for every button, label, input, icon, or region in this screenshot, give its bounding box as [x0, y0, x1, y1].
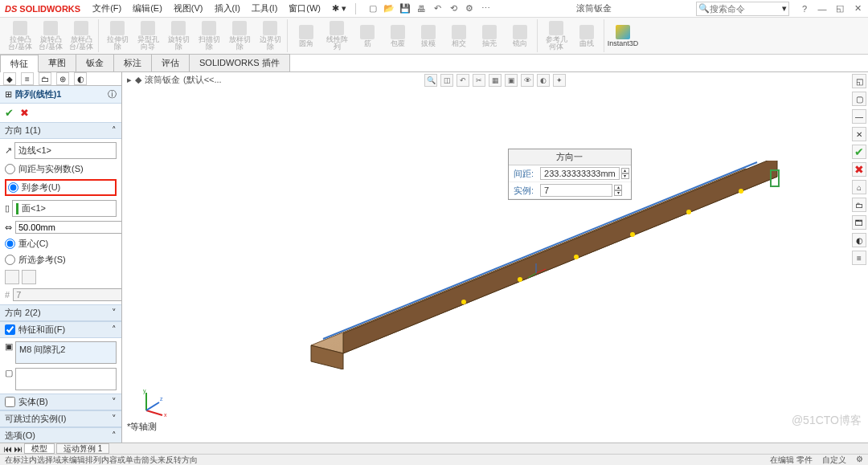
prev-view-icon[interactable]: ↶	[457, 74, 469, 87]
help-icon[interactable]: ?	[799, 3, 810, 14]
menu-file[interactable]: 文件(F)	[88, 2, 125, 14]
option-icon-1[interactable]	[5, 270, 19, 284]
doc-restore-icon[interactable]: ◱	[852, 74, 866, 88]
option-icon-2[interactable]	[22, 270, 36, 284]
menu-window[interactable]: 窗口(W)	[285, 2, 325, 14]
zoom-area-icon[interactable]: ◫	[440, 74, 453, 87]
wrap-button[interactable]: 包覆	[384, 20, 411, 52]
tab-annotate[interactable]: 标注	[113, 54, 152, 71]
section-view-icon[interactable]: ✂	[473, 74, 485, 87]
curves-button[interactable]: 曲线	[573, 20, 600, 52]
print-icon[interactable]: 🖶	[416, 3, 427, 14]
draft-button[interactable]: 拔模	[415, 20, 442, 52]
tab-evaluate[interactable]: 评估	[151, 54, 190, 71]
bottom-tab-prev-icon[interactable]: ⏮	[3, 444, 12, 454]
tab-model[interactable]: 模型	[24, 443, 55, 454]
hole-wizard-button[interactable]: 异型孔向导	[134, 20, 162, 52]
section-body-header[interactable]: 实体(B)˅	[0, 394, 121, 410]
pm-tab-dim[interactable]: ⊕	[56, 72, 69, 85]
confirm-ok-icon[interactable]: ✔	[852, 145, 866, 159]
close-icon[interactable]: ✕	[852, 3, 863, 14]
expand-icon[interactable]: ˅	[112, 397, 117, 407]
extrude-cut-button[interactable]: 拉伸切除	[104, 20, 131, 52]
search-dropdown-icon[interactable]: ▾	[782, 3, 787, 14]
minimize-icon[interactable]: —	[817, 3, 828, 14]
task-pane-appearance-icon[interactable]: ◐	[852, 233, 866, 247]
section-skip-header[interactable]: 可跳过的实例(I)˅	[0, 410, 121, 427]
view-orientation-icon[interactable]: ▦	[489, 74, 502, 87]
search-box[interactable]: 🔍 ▾	[696, 2, 789, 16]
ref-geom-button[interactable]: 参考几何体	[542, 20, 570, 52]
shell-button[interactable]: 抽壳	[476, 20, 503, 52]
restore-icon[interactable]: ◱	[834, 3, 845, 14]
expand-icon[interactable]: ˅	[112, 414, 117, 424]
instance-count-input[interactable]	[13, 288, 122, 301]
loft-boss-button[interactable]: 放样凸台/基体	[68, 20, 95, 52]
menu-edit[interactable]: 编辑(E)	[129, 2, 166, 14]
radio-centroid[interactable]: 重心(C)	[5, 238, 117, 250]
face-selection-box[interactable]: 面<1>	[12, 200, 117, 217]
options-icon[interactable]: ⚙	[464, 3, 475, 14]
rebuild-icon[interactable]: ⟲	[448, 3, 459, 14]
tab-features[interactable]: 特征	[0, 55, 39, 72]
undo-icon[interactable]: ↶	[432, 3, 443, 14]
pm-tab-appearance[interactable]: ◐	[74, 72, 87, 85]
boundary-cut-button[interactable]: 边界切除	[256, 20, 284, 52]
tab-motion-study[interactable]: 运动算例 1	[56, 443, 109, 454]
pm-cancel-button[interactable]: ✖	[20, 107, 29, 119]
more-icon[interactable]: ⋯	[480, 3, 491, 14]
linear-pattern-button[interactable]: 线性阵列	[323, 20, 350, 52]
status-custom[interactable]: 自定义	[822, 455, 846, 466]
search-input[interactable]	[710, 4, 782, 14]
tab-sketch[interactable]: 草图	[38, 54, 76, 71]
radio-spacing[interactable]: 间距与实例数(S)	[5, 163, 117, 175]
tab-sheetmetal[interactable]: 钣金	[76, 54, 114, 71]
pm-tab-feature-tree[interactable]: ◆	[3, 72, 16, 85]
task-pane-lib-icon[interactable]: 🗀	[852, 198, 866, 212]
section-dir2-header[interactable]: 方向 2(2)˅	[0, 304, 121, 321]
loft-cut-button[interactable]: 放样切除	[226, 20, 253, 52]
direction-icon[interactable]: ↗	[5, 145, 12, 156]
mirror-button[interactable]: 镜向	[506, 20, 534, 52]
revolve-boss-button[interactable]: 旋转凸台/基体	[37, 20, 64, 52]
task-pane-view-icon[interactable]: 🗔	[852, 215, 866, 230]
faces-list-box[interactable]	[15, 368, 117, 390]
breadcrumb[interactable]: ▸ ◆ 滚筒钣金 (默认<<...	[127, 74, 222, 86]
callout-count-value[interactable]: 7	[540, 184, 612, 197]
intersect-button[interactable]: 相交	[445, 20, 473, 52]
view-triad[interactable]: x y z	[138, 386, 170, 418]
face-icon[interactable]: ▯	[5, 203, 10, 214]
fillet-button[interactable]: 圆角	[293, 20, 320, 52]
menu-tools[interactable]: 工具(I)	[248, 2, 281, 14]
task-pane-props-icon[interactable]: ≡	[852, 251, 866, 265]
doc-close-icon[interactable]: ✕	[852, 127, 866, 141]
task-pane-home-icon[interactable]: ⌂	[852, 180, 866, 194]
edge-selection-box[interactable]: 边线<1>	[14, 142, 117, 159]
section-options-header[interactable]: 选项(O)˄	[0, 427, 121, 443]
collapse-icon[interactable]: ˄	[112, 324, 117, 335]
zoom-fit-icon[interactable]: 🔍	[424, 74, 437, 87]
status-settings-icon[interactable]: ⚙	[856, 455, 863, 466]
new-icon[interactable]: ▢	[367, 3, 379, 14]
bottom-tab-next-icon[interactable]: ⏭	[14, 444, 23, 454]
doc-min-icon[interactable]: —	[852, 109, 866, 124]
callout-spacing-value[interactable]: 233.33333333mm	[540, 167, 620, 180]
display-style-icon[interactable]: ▣	[505, 74, 518, 87]
expand-icon[interactable]: ˅	[112, 308, 117, 318]
open-icon[interactable]: 📂	[383, 3, 395, 14]
scene-icon[interactable]: ✦	[553, 74, 566, 87]
pm-help-icon[interactable]: ⓘ	[108, 88, 117, 100]
callout-spacing-spinner[interactable]: ▴▾	[621, 168, 629, 179]
callout-count-spinner[interactable]: ▴▾	[614, 185, 622, 196]
spacing-input[interactable]	[15, 221, 122, 234]
section-dir1-header[interactable]: 方向 1(1)˄	[0, 122, 121, 139]
radio-selected-ref[interactable]: 所选参考(S)	[5, 254, 117, 266]
features-list-box[interactable]: M8 间隙孔2	[15, 341, 117, 364]
menu-insert[interactable]: 插入(I)	[211, 2, 244, 14]
confirm-cancel-icon[interactable]: ✖	[852, 162, 866, 177]
save-icon[interactable]: 💾	[399, 3, 411, 14]
graphics-area[interactable]: ▸ ◆ 滚筒钣金 (默认<<... 🔍 ◫ ↶ ✂ ▦ ▣ 👁 ◐ ✦ ◱ ▢ …	[122, 72, 868, 443]
menu-view[interactable]: 视图(V)	[170, 2, 207, 14]
extrude-boss-button[interactable]: 拉伸凸台/基体	[6, 20, 34, 52]
collapse-icon[interactable]: ˄	[112, 125, 117, 136]
